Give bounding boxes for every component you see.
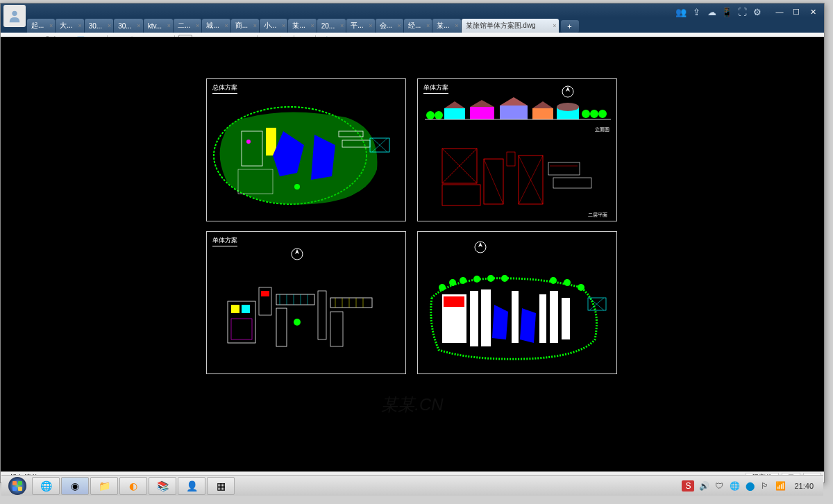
svg-rect-85 (12, 487, 17, 491)
svg-rect-41 (242, 305, 250, 313)
doc-tab[interactable]: 某...× (432, 19, 460, 33)
doc-tab[interactable]: ktv...× (144, 19, 173, 33)
close-icon[interactable]: × (108, 22, 111, 29)
taskbar-app-generic[interactable]: ▦ (207, 477, 235, 495)
bluetooth-icon[interactable]: ⬤ (744, 480, 755, 492)
close-icon[interactable]: × (340, 22, 344, 29)
svg-rect-76 (539, 294, 546, 343)
svg-rect-35 (548, 162, 580, 175)
doc-tab[interactable]: 30...× (85, 19, 113, 33)
elevation-label: 立面图 (595, 127, 609, 132)
svg-rect-15 (444, 108, 465, 119)
user-avatar[interactable] (3, 5, 26, 27)
svg-point-11 (294, 184, 300, 190)
doc-tab[interactable]: 30...× (114, 19, 142, 33)
taskbar-app-music[interactable]: ◐ (119, 477, 147, 495)
svg-point-22 (590, 110, 598, 118)
svg-rect-51 (276, 308, 287, 346)
network-icon[interactable]: 🌐 (729, 480, 740, 492)
svg-rect-78 (562, 298, 570, 339)
svg-point-63 (449, 279, 456, 286)
taskbar-app-folder[interactable]: 📁 (90, 477, 118, 495)
close-icon[interactable]: × (553, 22, 556, 29)
svg-point-69 (564, 279, 571, 286)
share-icon[interactable]: ⇪ (691, 6, 702, 17)
doc-tab-active[interactable]: 某旅馆单体方案图.dwg× (462, 19, 559, 33)
close-icon[interactable]: × (167, 22, 171, 29)
svg-rect-18 (532, 108, 553, 119)
doc-tab[interactable]: 大...× (56, 19, 83, 33)
signal-icon[interactable]: 📶 (775, 480, 786, 492)
svg-rect-73 (470, 291, 478, 346)
doc-tab[interactable]: 起...× (27, 19, 55, 33)
svg-rect-72 (444, 296, 464, 307)
doc-tab[interactable]: 20...× (317, 19, 346, 33)
close-icon[interactable]: × (369, 22, 372, 29)
doc-tab[interactable]: 二...× (174, 19, 201, 33)
cloud-icon[interactable]: ☁ (706, 6, 717, 17)
close-icon[interactable]: × (49, 22, 53, 29)
svg-rect-83 (12, 481, 17, 485)
volume-icon[interactable]: 🔊 (698, 480, 709, 492)
svg-point-82 (8, 477, 26, 495)
fullscreen-icon[interactable]: ⛶ (737, 6, 748, 17)
taskbar-app-browser[interactable]: 🌐 (32, 477, 60, 495)
close-icon[interactable]: × (137, 22, 140, 29)
minimize-button[interactable]: — (773, 6, 786, 17)
svg-point-20 (557, 103, 579, 111)
users-icon[interactable]: 👥 (675, 6, 687, 17)
taskbar: 🌐 ◉ 📁 ◐ 📚 👤 ▦ S 🔊 🛡 🌐 ⬤ 🏳 📶 21:40 (1, 475, 823, 496)
window-controls: — ☐ ✕ (773, 6, 820, 17)
shield-icon[interactable]: 🛡 (714, 480, 725, 492)
taskbar-app-chat[interactable]: 👤 (178, 477, 205, 495)
svg-point-21 (582, 110, 590, 118)
doc-tab[interactable]: 城...× (202, 19, 230, 33)
svg-point-10 (246, 140, 251, 144)
clock[interactable]: 21:40 (790, 482, 818, 490)
system-tray: S 🔊 🛡 🌐 ⬤ 🏳 📶 21:40 (682, 480, 821, 492)
close-icon[interactable]: × (455, 22, 458, 29)
close-button[interactable]: ✕ (806, 6, 820, 17)
close-icon[interactable]: × (310, 22, 314, 29)
close-icon[interactable]: × (78, 22, 81, 29)
close-icon[interactable]: × (224, 22, 228, 29)
doc-tab[interactable]: 小...× (260, 19, 287, 33)
drawing-panel-4 (417, 231, 617, 374)
close-icon[interactable]: × (398, 22, 401, 29)
doc-tab[interactable]: 平...× (346, 19, 374, 33)
svg-point-0 (12, 11, 17, 16)
start-button[interactable] (4, 476, 31, 496)
doc-tab[interactable]: 会...× (376, 19, 403, 33)
svg-rect-53 (330, 298, 372, 308)
close-icon[interactable]: × (196, 22, 199, 29)
svg-point-14 (435, 111, 443, 119)
settings-icon[interactable]: ⚙ (752, 6, 763, 17)
add-tab-button[interactable]: + (561, 20, 579, 33)
input-method-icon[interactable]: S (682, 480, 694, 492)
svg-point-65 (473, 276, 480, 283)
svg-rect-75 (512, 291, 519, 343)
svg-point-64 (460, 277, 466, 284)
doc-tab[interactable]: 商...× (231, 19, 259, 33)
flag-icon[interactable]: 🏳 (759, 480, 771, 492)
svg-rect-40 (231, 305, 239, 313)
svg-line-30 (484, 159, 503, 204)
close-icon[interactable]: × (253, 22, 257, 29)
svg-rect-16 (470, 107, 494, 119)
maximize-button[interactable]: ☐ (789, 6, 803, 17)
drawing-panel-1: 总体方案 (206, 78, 406, 221)
close-icon[interactable]: × (282, 22, 285, 29)
svg-rect-74 (481, 289, 491, 346)
doc-tab[interactable]: 经...× (404, 19, 432, 33)
svg-rect-45 (276, 294, 314, 305)
taskbar-app-cad[interactable]: ◉ (61, 477, 89, 495)
drawing-panel-3: 单体方案 (206, 231, 406, 374)
floor-label: 二层平面 (588, 212, 607, 217)
doc-tab[interactable]: 某...× (288, 19, 316, 33)
mobile-icon[interactable]: 📱 (721, 6, 732, 17)
drawing-canvas[interactable]: 总体方案 单体方案 (1, 37, 824, 471)
svg-point-62 (439, 284, 446, 291)
app-window: 起...× 大...× 30...× 30...× ktv...× 二...× … (0, 3, 825, 483)
close-icon[interactable]: × (426, 22, 430, 29)
taskbar-app-reader[interactable]: 📚 (149, 477, 176, 495)
